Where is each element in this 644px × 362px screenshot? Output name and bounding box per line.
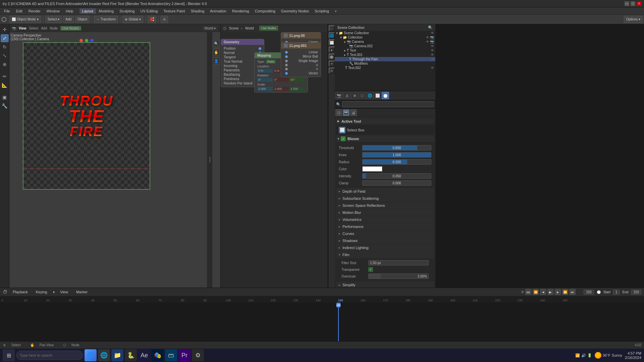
bloom-radius-slider[interactable]: 6.500 (362, 159, 431, 165)
prop-mesh-icon[interactable]: ▲ (329, 47, 335, 53)
toolbar-transform[interactable]: ↔ Transform (94, 16, 118, 23)
prop-object-icon[interactable]: ⬜ (329, 40, 335, 46)
move-tool[interactable]: ⤢ (1, 34, 9, 42)
workspace-layout[interactable]: Layout (79, 8, 96, 14)
linear2-socket[interactable] (285, 51, 288, 54)
timeline-next-frame[interactable]: ⏩ (562, 289, 568, 295)
depth-of-field-header[interactable]: ▸ Depth of Field (336, 188, 434, 195)
timeline-start-field[interactable]: 1 (613, 290, 620, 295)
timeline-playback[interactable]: Playback (10, 289, 31, 295)
rotation-z[interactable]: 90° (289, 78, 305, 82)
bloom-knee-slider[interactable]: 1.000 (362, 152, 431, 158)
outliner-item-modifiers[interactable]: 🔧 Modifiers (335, 61, 435, 66)
taskbar-app-game[interactable]: 🐍 (125, 349, 137, 361)
visibility-icon5[interactable]: 👁 (431, 49, 434, 52)
timeline-prev-frame[interactable]: ⏪ (533, 289, 539, 295)
menu-render[interactable]: Render (26, 8, 43, 14)
workspace-uv[interactable]: UV Editing (138, 8, 160, 14)
taskbar-app-chrome[interactable]: 🌐 (98, 349, 110, 361)
prop-particle-icon[interactable]: ✦ (329, 61, 335, 67)
maximize-button[interactable]: □ (631, 1, 635, 6)
render-icon[interactable]: 📷 (430, 36, 434, 39)
measure-tool[interactable]: 📐 (1, 81, 9, 89)
scale-inputs[interactable]: 1.000 1.000 1.000 (257, 87, 305, 91)
prop-tab-world[interactable]: 🌐 (366, 92, 374, 99)
toolbar-snap[interactable]: 🧲 (148, 16, 156, 23)
active-tool-section[interactable]: ▸ Active Tool (336, 118, 434, 125)
outliner-item-camera[interactable]: ▸ 📷 Camera 👁 📷 (335, 40, 435, 44)
bloom-color-picker[interactable] (362, 166, 382, 172)
timeline-keying[interactable]: Keying (33, 289, 50, 295)
outliner-filter[interactable]: 🔍 (428, 25, 433, 30)
position-socket[interactable] (259, 47, 261, 50)
film-filter-size-value[interactable]: 1.50 px (368, 260, 429, 265)
taskbar-search[interactable] (16, 351, 83, 360)
bloom-intensity-slider[interactable]: 0.050 (362, 173, 431, 179)
workspace-rendering[interactable]: Rendering (229, 8, 252, 14)
workspace-scripting[interactable]: Scripting (312, 8, 332, 14)
timeline-ruler[interactable]: 0 10 20 30 40 50 60 70 80 90 100 110 120… (0, 296, 644, 303)
curves-header[interactable]: ▸ Curves (336, 230, 434, 237)
workspace-add[interactable]: + (332, 8, 339, 14)
alpha2-socket[interactable] (285, 68, 288, 70)
node-world-breadcrumb[interactable]: World (245, 26, 254, 30)
prop-tab-view-layer[interactable]: ⊕ (351, 92, 358, 99)
viewport-area[interactable]: 📷 View Select Add Node Use Nodes World ▾… (9, 24, 221, 288)
cursor-tool[interactable]: ✛ (1, 25, 9, 34)
toolbar-options[interactable]: Options ▾ (624, 16, 643, 23)
location-x[interactable]: 0 m (257, 69, 273, 73)
node-use-nodes-btn[interactable]: Use Nodes (259, 26, 278, 31)
node-canvas[interactable]: Geometry Position Normal Tangent (221, 32, 328, 288)
viewport-hand-tool[interactable]: ✋ (213, 49, 220, 56)
outliner-item-text001[interactable]: ▸ T Text.001 👁 (335, 53, 435, 57)
visibility-icon6[interactable]: 👁 (431, 53, 434, 57)
node-scene-breadcrumb[interactable]: Scene (229, 26, 238, 30)
performance-header[interactable]: ▸ Performance (336, 223, 434, 230)
outliner-item-text[interactable]: ▸ T Text 👁 (335, 48, 435, 53)
outliner-item-camera002[interactable]: 📷 Camera.002 👁 (335, 44, 435, 48)
volumetrics-header[interactable]: ▸ Volumetrics (336, 216, 434, 223)
timeline-jump-end[interactable]: ⏭ (570, 289, 576, 295)
close-button[interactable]: ✕ (637, 1, 641, 6)
taskbar-app-ae[interactable]: Ae (138, 349, 150, 361)
outliner-item-text002[interactable]: T Text.002 👁 (335, 66, 435, 70)
simplify-header[interactable]: ▸ Simplify (336, 282, 434, 288)
film-header[interactable]: ▾ Film (336, 251, 434, 258)
bloom-section-header[interactable]: ▾ ✓ Bloom (336, 135, 434, 142)
eyedropper-tool[interactable]: 🔧 (1, 102, 9, 110)
taskbar-app-explorer[interactable]: 📁 (111, 349, 123, 361)
visibility-icon[interactable]: 👁 (431, 31, 434, 35)
eevee-camera-icon[interactable]: 📷 (343, 109, 350, 116)
workspace-compositing[interactable]: Compositing (252, 8, 278, 14)
prop-tab-scene[interactable]: ⬡ (359, 92, 366, 99)
visibility-icon9[interactable]: 👁 (431, 66, 434, 70)
scale-tool[interactable]: ⤡ (1, 52, 9, 60)
viewport-node-label[interactable]: Node (50, 26, 58, 30)
prop-world-icon[interactable]: 🌐 (329, 33, 335, 39)
toolbar-object-mode[interactable]: ⬜ Object Mode ▾ (9, 16, 41, 23)
start-button[interactable]: ⊞ (3, 349, 15, 361)
toolbar-orientation[interactable]: ⊕ Global ▾ (122, 16, 143, 23)
visibility-icon3[interactable]: 👁 (426, 40, 429, 44)
visibility-icon4[interactable]: 👁 (431, 44, 434, 48)
prop-physics-icon[interactable]: ⚙ (329, 68, 335, 74)
outliner-item-collection[interactable]: ▾ 📁 Collection 👁 📷 (335, 35, 435, 40)
taskbar-app-pp[interactable]: Pr (178, 349, 191, 361)
timeline-marker[interactable]: Marker (73, 289, 90, 295)
workspace-sculpting[interactable]: Sculpting (117, 8, 137, 14)
film-overscan-bar[interactable]: 3.00% (368, 274, 429, 279)
annotate-tool[interactable]: ✏ (1, 72, 9, 80)
rotation-inputs[interactable]: 0° 0° 90° (257, 78, 305, 82)
shadows-header[interactable]: ▸ Shadows (336, 237, 434, 244)
rotation-x[interactable]: 0° (257, 78, 273, 82)
viewport-use-nodes[interactable]: Use Nodes (60, 26, 81, 31)
outliner-item-through-the-pain[interactable]: T Through the Pain ✏ (335, 57, 435, 61)
toolbar-proportional[interactable]: ⊙ (161, 16, 168, 23)
keying-dropdown[interactable]: ▾ (53, 290, 55, 294)
workspace-geometry[interactable]: Geometry Nodes (278, 8, 312, 14)
edit-icon[interactable]: ✏ (431, 57, 434, 61)
timeline-current-frame[interactable]: 150 (584, 290, 594, 295)
menu-edit[interactable]: Edit (13, 8, 25, 14)
workspace-texture[interactable]: Texture Paint (161, 8, 187, 14)
timeline-play[interactable]: ▶ (547, 289, 553, 295)
